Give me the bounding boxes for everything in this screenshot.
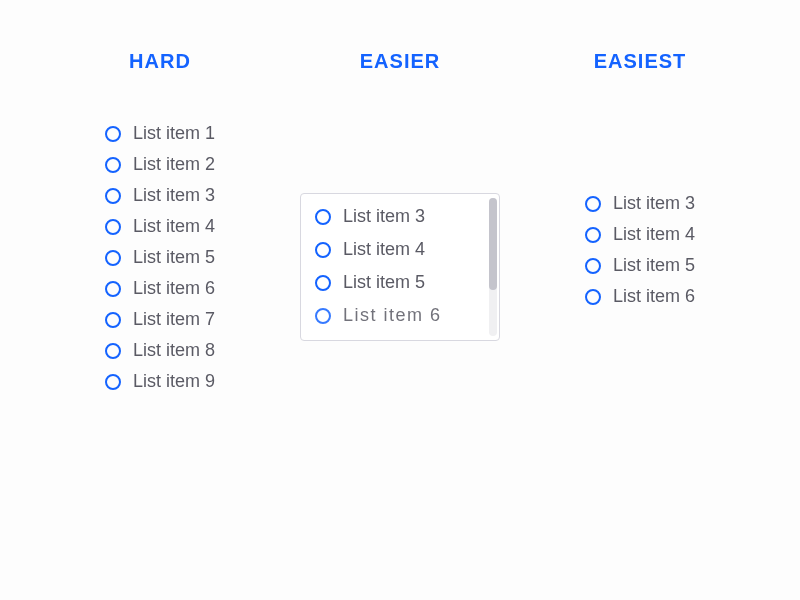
list-item[interactable]: List item 6	[105, 278, 215, 299]
list-item[interactable]: List item 3	[105, 185, 215, 206]
radio-icon	[315, 308, 331, 324]
list-item-label: List item 3	[613, 193, 695, 214]
list-easiest-wrapper: List item 3 List item 4 List item 5 List…	[540, 123, 740, 307]
list-item-label: List item 6	[613, 286, 695, 307]
radio-icon	[105, 281, 121, 297]
radio-icon	[105, 343, 121, 359]
list-item-label: List item 1	[133, 123, 215, 144]
list-item[interactable]: List item 4	[105, 216, 215, 237]
list-item[interactable]: List item 8	[105, 340, 215, 361]
radio-icon	[585, 258, 601, 274]
list-item-label: List item 6	[133, 278, 215, 299]
list-item[interactable]: List item 1	[105, 123, 215, 144]
list-item[interactable]: List item 6	[585, 286, 695, 307]
heading-hard: HARD	[129, 50, 191, 73]
scroll-container[interactable]: List item 3 List item 4 List item 5 List…	[300, 193, 500, 341]
list-item-label: List item 3	[133, 185, 215, 206]
radio-icon	[315, 242, 331, 258]
list-item-label: List item 9	[133, 371, 215, 392]
radio-icon	[105, 374, 121, 390]
list-item[interactable]: List item 5	[585, 255, 695, 276]
column-easiest: EASIEST List item 3 List item 4 List ite…	[540, 50, 740, 550]
radio-icon	[315, 209, 331, 225]
list-item-label: List item 5	[613, 255, 695, 276]
scrollbar-thumb[interactable]	[489, 198, 497, 290]
radio-icon	[105, 219, 121, 235]
radio-icon	[585, 289, 601, 305]
radio-icon	[105, 126, 121, 142]
list-item[interactable]: List item 4	[585, 224, 695, 245]
heading-easiest: EASIEST	[594, 50, 687, 73]
list-item-label: List item 4	[613, 224, 695, 245]
list-item[interactable]: List item 5	[105, 247, 215, 268]
list-item[interactable]: List item 9	[105, 371, 215, 392]
list-easiest: List item 3 List item 4 List item 5 List…	[585, 193, 695, 307]
list-item[interactable]: List item 4	[315, 239, 485, 260]
list-item[interactable]: List item 2	[105, 154, 215, 175]
list-item[interactable]: List item 7	[105, 309, 215, 330]
list-hard: List item 1 List item 2 List item 3 List…	[105, 123, 215, 392]
radio-icon	[105, 250, 121, 266]
radio-icon	[315, 275, 331, 291]
list-item-label: List item 4	[133, 216, 215, 237]
radio-icon	[105, 157, 121, 173]
list-item[interactable]: List item 3	[315, 206, 485, 227]
list-item[interactable]: List item 5	[315, 272, 485, 293]
radio-icon	[585, 196, 601, 212]
list-item-label: List item 3	[343, 206, 425, 227]
list-hard-wrapper: List item 1 List item 2 List item 3 List…	[60, 123, 260, 392]
radio-icon	[105, 312, 121, 328]
radio-icon	[585, 227, 601, 243]
list-item-label: List item 8	[133, 340, 215, 361]
list-item-label: List item 5	[343, 272, 425, 293]
heading-easier: EASIER	[360, 50, 440, 73]
list-easier: List item 3 List item 4 List item 5 List…	[315, 206, 485, 320]
list-easier-wrapper: List item 3 List item 4 List item 5 List…	[300, 123, 500, 341]
list-item-label: List item 5	[133, 247, 215, 268]
list-item-label: List item 4	[343, 239, 425, 260]
list-item[interactable]: List item 3	[585, 193, 695, 214]
column-hard: HARD List item 1 List item 2 List item 3…	[60, 50, 260, 550]
list-item-label: List item 2	[133, 154, 215, 175]
list-item-label: List item 7	[133, 309, 215, 330]
column-easier: EASIER List item 3 List item 4 List item…	[300, 50, 500, 550]
radio-icon	[105, 188, 121, 204]
list-item-label: List item 6	[343, 305, 442, 326]
list-item[interactable]: List item 6	[315, 305, 485, 326]
